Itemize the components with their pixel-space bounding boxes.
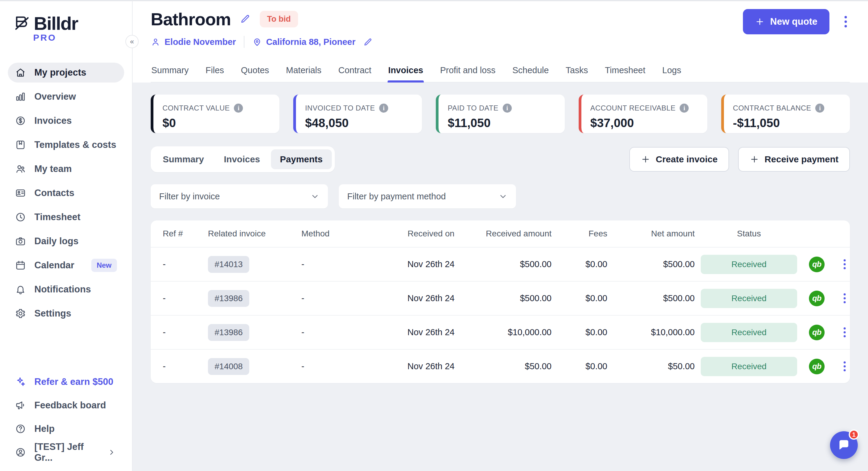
- subtab-payments[interactable]: Payments: [271, 149, 332, 169]
- stats-row: CONTRACT VALUE i $0 INVOICED TO DATE i $…: [151, 95, 850, 133]
- column-header-fees: Fees: [555, 229, 610, 238]
- stat-card-contract-value: CONTRACT VALUE i $0: [151, 95, 279, 133]
- row-kebab-menu-icon[interactable]: [836, 359, 850, 374]
- tab-materials[interactable]: Materials: [285, 60, 322, 82]
- divider: [244, 36, 244, 48]
- info-icon[interactable]: i: [503, 104, 512, 113]
- cell-net-amount: $500.00: [610, 293, 698, 303]
- quickbooks-icon[interactable]: qb: [809, 257, 825, 272]
- cell-method: -: [299, 259, 383, 269]
- camera-icon: [15, 236, 26, 247]
- create-invoice-button[interactable]: Create invoice: [629, 147, 729, 172]
- edit-title-icon[interactable]: [240, 13, 251, 25]
- chevron-down-icon: [498, 192, 507, 201]
- sidebar-item-my-projects[interactable]: My projects: [8, 63, 124, 82]
- tab-logs[interactable]: Logs: [661, 60, 682, 82]
- cell-fees: $0.00: [555, 327, 610, 337]
- sidebar-collapse-button[interactable]: «: [125, 35, 138, 48]
- content: CONTRACT VALUE i $0 INVOICED TO DATE i $…: [133, 82, 868, 471]
- sidebar-nav: My projectsOverviewInvoicesTemplates & c…: [8, 63, 124, 324]
- chevron-down-icon: [310, 192, 319, 201]
- edit-location-icon[interactable]: [363, 37, 373, 47]
- related-invoice-chip[interactable]: #13986: [208, 290, 249, 307]
- header-kebab-menu-icon[interactable]: [841, 13, 850, 30]
- sidebar-footer-item-test-jeff-gr[interactable]: [TEST] Jeff Gr...: [8, 443, 124, 462]
- info-icon[interactable]: i: [680, 104, 689, 113]
- home-icon: [15, 67, 26, 78]
- filter-by-payment-method-select[interactable]: Filter by payment method: [339, 184, 516, 208]
- sidebar-item-notifications[interactable]: Notifications: [8, 279, 124, 299]
- cell-received-amount: $500.00: [479, 293, 555, 303]
- gear-icon: [15, 308, 26, 319]
- info-icon[interactable]: i: [234, 104, 243, 113]
- payment-status-badge: Received: [701, 289, 797, 308]
- related-invoice-chip[interactable]: #14013: [208, 256, 249, 273]
- stat-card-invoiced-to-date: INVOICED TO DATE i $48,050: [293, 95, 422, 133]
- quickbooks-icon[interactable]: qb: [809, 359, 825, 374]
- tab-contract[interactable]: Contract: [338, 60, 372, 82]
- chat-launcher-button[interactable]: 1: [830, 431, 858, 459]
- sidebar-footer-item-help[interactable]: Help: [8, 419, 124, 438]
- sidebar-item-contacts[interactable]: Contacts: [8, 183, 124, 203]
- tab-schedule[interactable]: Schedule: [512, 60, 550, 82]
- sidebar-item-my-team[interactable]: My team: [8, 159, 124, 179]
- quickbooks-icon[interactable]: qb: [809, 325, 825, 340]
- receive-payment-button[interactable]: Receive payment: [738, 147, 850, 172]
- table-header-row: Ref #Related invoiceMethodReceived onRec…: [151, 221, 850, 247]
- toolbar: SummaryInvoicesPayments Create invoice R…: [151, 146, 850, 172]
- info-icon[interactable]: i: [815, 104, 824, 113]
- cell-received-on: Nov 26th 24: [383, 361, 479, 371]
- sidebar-item-settings[interactable]: Settings: [8, 304, 124, 324]
- tab-timesheet[interactable]: Timesheet: [604, 60, 646, 82]
- row-kebab-menu-icon[interactable]: [836, 325, 850, 340]
- sidebar-item-invoices[interactable]: Invoices: [8, 111, 124, 131]
- sidebar-item-templates-costs[interactable]: Templates & costs: [8, 135, 124, 155]
- cell-received-on: Nov 26th 24: [383, 327, 479, 337]
- chat-icon: [837, 438, 850, 452]
- plus-icon: [749, 155, 759, 164]
- stat-value: $37,000: [590, 116, 697, 130]
- sidebar-item-calendar[interactable]: CalendarNew: [8, 256, 124, 275]
- tab-tasks[interactable]: Tasks: [565, 60, 589, 82]
- table-row: - #13986 - Nov 26th 24 $10,000.00 $0.00 …: [151, 315, 850, 349]
- sidebar-item-overview[interactable]: Overview: [8, 87, 124, 107]
- sidebar-item-daily-logs[interactable]: Daily logs: [8, 231, 124, 251]
- page-header: Bathroom To bid Elodie November: [133, 1, 868, 82]
- tab-quotes[interactable]: Quotes: [240, 60, 270, 82]
- sidebar-footer-item-feedback-board[interactable]: Feedback board: [8, 396, 124, 415]
- project-tabs: SummaryFilesQuotesMaterialsContractInvoi…: [151, 60, 850, 82]
- location-link[interactable]: California 88, Pioneer: [252, 37, 355, 47]
- table-row: - #14013 - Nov 26th 24 $500.00 $0.00 $50…: [151, 247, 850, 281]
- subtab-invoices[interactable]: Invoices: [215, 149, 269, 169]
- filter-by-invoice-select[interactable]: Filter by invoice: [151, 184, 328, 208]
- row-kebab-menu-icon[interactable]: [836, 291, 850, 306]
- quickbooks-icon[interactable]: qb: [809, 291, 825, 306]
- logo-pro-text: PRO: [33, 33, 124, 43]
- related-invoice-chip[interactable]: #14008: [208, 358, 249, 375]
- tab-summary[interactable]: Summary: [151, 60, 189, 82]
- app-root: Billdr PRO « My projectsOverviewInvoices…: [0, 1, 868, 471]
- subtab-summary[interactable]: Summary: [154, 149, 213, 169]
- info-icon[interactable]: i: [379, 104, 388, 113]
- row-kebab-menu-icon[interactable]: [836, 257, 850, 272]
- contact-card-icon: [15, 188, 26, 198]
- table-row: - #13986 - Nov 26th 24 $500.00 $0.00 $50…: [151, 281, 850, 315]
- tab-invoices[interactable]: Invoices: [388, 60, 424, 82]
- main-area: Bathroom To bid Elodie November: [133, 1, 868, 471]
- stat-value: $0: [162, 116, 269, 130]
- stat-card-account-receivable: ACCOUNT RECEIVABLE i $37,000: [579, 95, 707, 133]
- tab-profit-and-loss[interactable]: Profit and loss: [439, 60, 496, 82]
- sidebar: Billdr PRO « My projectsOverviewInvoices…: [0, 1, 133, 471]
- column-header-status: Status: [698, 229, 800, 238]
- toolbar-actions: Create invoice Receive payment: [629, 147, 850, 172]
- pin-icon: [252, 37, 262, 47]
- sidebar-footer-item-refer-earn-500[interactable]: Refer & earn $500: [8, 372, 124, 392]
- tab-files[interactable]: Files: [205, 60, 224, 82]
- client-link[interactable]: Elodie November: [151, 37, 236, 47]
- stat-value: $11,050: [447, 116, 554, 130]
- location-text: California 88, Pioneer: [266, 37, 355, 47]
- related-invoice-chip[interactable]: #13986: [208, 324, 249, 341]
- new-quote-button[interactable]: New quote: [743, 9, 830, 34]
- calendar-icon: [15, 260, 26, 271]
- sidebar-item-timesheet[interactable]: Timesheet: [8, 207, 124, 227]
